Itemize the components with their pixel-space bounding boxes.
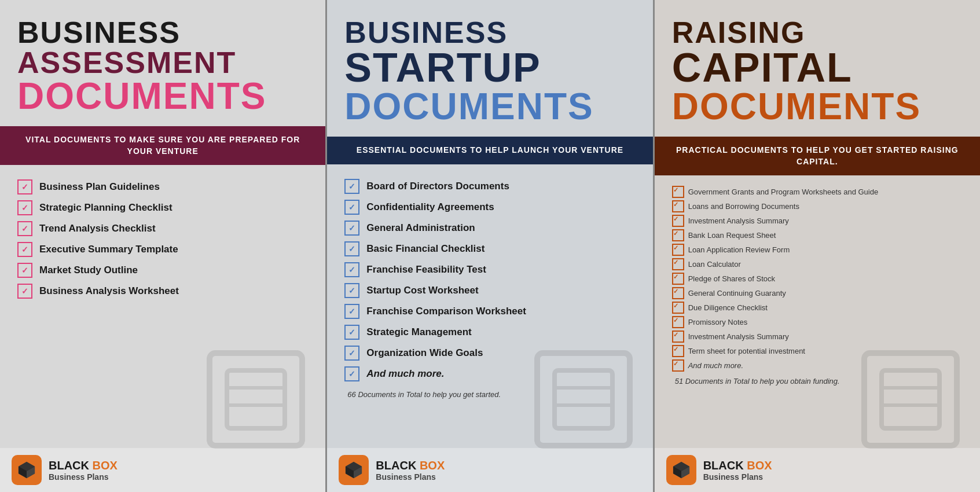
panel-2-content: Board of Directors Documents Confidentia… [327,164,652,448]
list-item: Loans and Borrowing Documents [672,200,963,212]
check-icon [672,273,684,284]
check-icon [344,241,359,256]
logo-box [12,455,42,485]
panel-3-footer: Black Box Business Plans [655,448,980,492]
list-item: And much more. [344,366,635,381]
panel-raising-capital: RAISING CAPITAL DOCUMENTS PRACTICAL DOCU… [655,0,980,492]
cube-icon [343,460,364,480]
panel-business-assessment: BUSINESS ASSESSMENT DOCUMENTS VITAL DOCU… [0,0,325,492]
item-text: Executive Summary Template [39,244,178,255]
check-icon [344,366,359,381]
panel-1-title-line2: ASSESSMENT [17,47,308,78]
check-icon [344,262,359,277]
list-item: Investment Analysis Summary [672,215,963,226]
panel-1-title-line1: BUSINESS [17,17,308,47]
panel-3-banner: PRACTICAL DOCUMENTS TO HELP YOU GET STAR… [655,137,980,175]
item-text: General Administration [366,222,475,234]
item-text: Strategic Management [366,326,471,338]
item-text: Business Analysis Worksheet [39,285,179,297]
item-text: And much more. [366,368,444,380]
logo-brand: Black Box [49,458,118,472]
item-text: Due Diligence Checklist [688,303,768,312]
list-item: Market Study Outline [17,263,308,278]
check-icon [17,284,32,299]
panel-2-title-line3: DOCUMENTS [344,88,635,125]
logo-text: Black Box Business Plans [376,458,445,482]
panel-1-content: Business Plan Guidelines Strategic Plann… [0,165,325,448]
panel-3-title-line2: CAPITAL [672,47,963,88]
logo-orange: Box [420,459,445,472]
list-item: Loan Calculator [672,258,963,270]
panel-business-startup: BUSINESS STARTUP DOCUMENTS ESSENTIAL DOC… [325,0,654,492]
list-item: Promissory Notes [672,316,963,328]
check-icon [344,346,359,361]
list-item: And much more. [672,359,963,371]
logo-box [339,455,369,485]
logo-sub: Business Plans [376,472,445,482]
list-item: Franchise Comparison Worksheet [344,304,635,319]
item-text: Basic Financial Checklist [366,243,485,255]
item-text: Business Plan Guidelines [39,181,160,193]
panel-1-banner: VITAL DOCUMENTS TO MAKE SURE YOU ARE PRE… [0,126,325,165]
check-icon [672,331,684,342]
list-item: Trend Analysis Checklist [17,221,308,236]
check-icon [672,316,684,328]
panel-2-footer: Black Box Business Plans [327,448,652,492]
panel-3-title: RAISING CAPITAL DOCUMENTS [655,0,980,137]
logo-black: Black [49,459,93,472]
item-text: Investment Analysis Summary [688,332,789,341]
item-text: Government Grants and Program Worksheets… [688,188,879,196]
panel-2-title-line2: STARTUP [344,47,635,88]
check-icon [344,179,359,194]
list-item: Basic Financial Checklist [344,241,635,256]
check-icon [672,302,684,313]
check-icon [672,359,684,371]
item-text: Organization Wide Goals [366,347,483,359]
item-text: Pledge of Shares of Stock [688,274,775,283]
logo-brand: Black Box [376,458,445,472]
check-icon [17,200,32,215]
list-item: Investment Analysis Summary [672,331,963,342]
item-text: Investment Analysis Summary [688,216,789,225]
panel-1-footer: Black Box Business Plans [0,448,325,492]
item-text: Promissory Notes [688,318,748,326]
panel-3-content: Government Grants and Program Worksheets… [655,175,980,448]
list-item: Business Plan Guidelines [17,179,308,194]
check-icon [672,200,684,212]
check-icon [672,229,684,241]
list-item: Executive Summary Template [17,242,308,257]
list-item: General Administration [344,221,635,236]
check-icon [344,200,359,215]
panel-2-title: BUSINESS STARTUP DOCUMENTS [327,0,652,137]
item-text: Loan Application Review Form [688,245,790,254]
logo-brand: Black Box [703,458,772,472]
item-text: And much more. [688,361,743,370]
panel-3-title-line3: DOCUMENTS [672,88,963,125]
list-item: Pledge of Shares of Stock [672,273,963,284]
item-text: Term sheet for potential investment [688,347,805,355]
list-item: Business Analysis Worksheet [17,284,308,299]
panel-3-footnote: 51 Documents in Total to help you obtain… [672,377,963,385]
item-text: Board of Directors Documents [366,181,509,192]
list-item: Strategic Management [344,325,635,340]
panel-2-banner: ESSENTIAL DOCUMENTS TO HELP LAUNCH YOUR … [327,137,652,164]
item-text: Startup Cost Worksheet [366,285,478,296]
logo-sub: Business Plans [703,472,772,482]
list-item: Bank Loan Request Sheet [672,229,963,241]
list-item: Loan Application Review Form [672,244,963,255]
panel-1-title-line3: DOCUMENTS [17,78,308,115]
list-item: Government Grants and Program Worksheets… [672,186,963,197]
list-item: Term sheet for potential investment [672,345,963,357]
cube-icon [671,460,692,480]
list-item: Startup Cost Worksheet [344,283,635,298]
logo-text: Black Box Business Plans [703,458,772,482]
item-text: Market Study Outline [39,265,138,276]
check-icon [672,258,684,270]
logo-sub: Business Plans [49,472,118,482]
cube-icon [16,460,37,480]
check-icon [17,263,32,278]
check-icon [672,186,684,197]
check-icon [672,244,684,255]
item-text: Franchise Comparison Worksheet [366,306,526,317]
list-item: Confidentiality Agreements [344,200,635,215]
